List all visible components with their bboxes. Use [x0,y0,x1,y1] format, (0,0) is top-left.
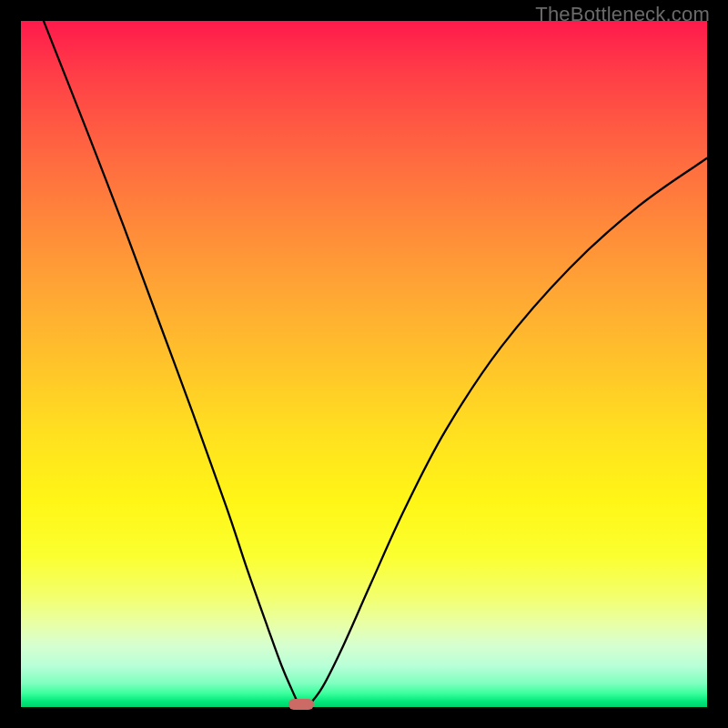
curve-left-branch [21,0,298,705]
optimal-point-marker [288,699,314,710]
curve-right-branch [309,158,707,705]
chart-plot-area [21,21,707,707]
watermark-text: TheBottleneck.com [535,3,710,26]
bottleneck-curve [21,21,707,707]
